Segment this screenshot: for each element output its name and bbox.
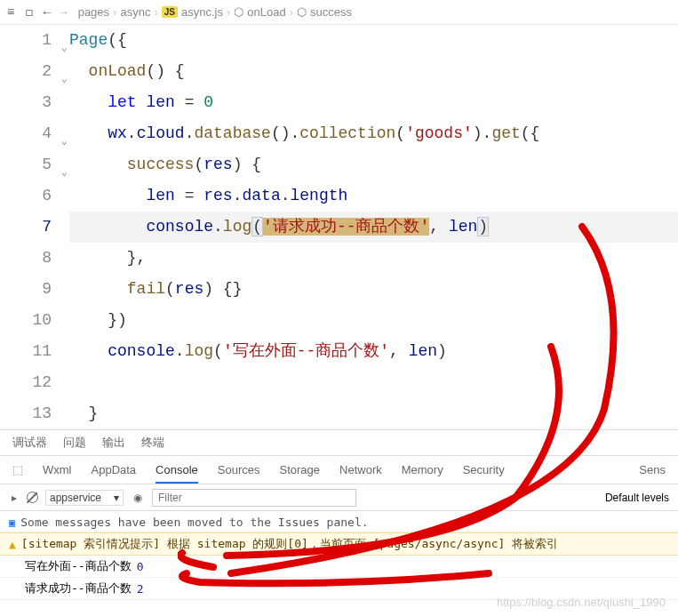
symbol-icon: ⬡	[234, 5, 243, 19]
breadcrumb-item[interactable]: async	[120, 5, 150, 19]
console-output: ▣ Some messages have been moved to the I…	[0, 511, 678, 602]
chevron-right-icon: ›	[290, 5, 293, 19]
watermark: https://blog.csdn.net/qiushi_1990	[497, 596, 666, 609]
token: log	[185, 342, 213, 360]
console-value: 0	[137, 560, 144, 573]
tab-appdata[interactable]: AppData	[92, 463, 137, 476]
tab-sources[interactable]: Sources	[218, 463, 260, 476]
bookmark-icon[interactable]: ◻	[25, 4, 32, 20]
tab-wxml[interactable]: Wxml	[43, 463, 72, 476]
js-file-icon: JS	[162, 6, 178, 18]
tab-console[interactable]: Console	[156, 463, 198, 484]
selected-string: '请求成功--商品个数'	[263, 218, 429, 236]
line-gutter: 1⌄ 2⌄ 3 4⌄ 5⌄ 6 7 8 9 10 11 12 13	[0, 25, 69, 429]
devtools-tabs: ⬚ Wxml AppData Console Sources Storage N…	[0, 456, 678, 484]
token: 'goods'	[405, 124, 473, 142]
token: onLoad	[89, 62, 147, 80]
log-levels-select[interactable]: Default levels	[605, 492, 669, 504]
console-toolbar: ▸ appservice▾ ◉ Default levels	[0, 484, 678, 511]
token: =	[185, 93, 195, 111]
token: log	[223, 218, 251, 236]
console-warn-row: ▲ [sitemap 索引情况提示] 根据 sitemap 的规则[0]，当前页…	[0, 532, 678, 556]
console-message: 请求成功--商品个数	[25, 580, 132, 596]
breadcrumb-item[interactable]: pages	[78, 5, 109, 19]
console-log-row: 写在外面--商品个数 0	[0, 556, 678, 578]
token: length	[291, 187, 348, 204]
fold-icon[interactable]: ⌄	[61, 157, 68, 188]
token: data	[242, 187, 280, 204]
symbol-icon: ⬡	[297, 5, 307, 19]
tab-problems[interactable]: 问题	[63, 435, 86, 451]
nav-forward-icon: →	[60, 5, 67, 20]
token: res	[203, 156, 232, 173]
code-editor[interactable]: 1⌄ 2⌄ 3 4⌄ 5⌄ 6 7 8 9 10 11 12 13 Page({…	[0, 25, 678, 429]
token: get	[491, 124, 520, 142]
tab-network[interactable]: Network	[339, 463, 382, 476]
fold-icon[interactable]: ⌄	[61, 33, 68, 64]
chevron-right-icon: ›	[113, 5, 116, 19]
token: res	[203, 187, 232, 204]
token: collection	[299, 124, 395, 142]
token: success	[127, 156, 195, 173]
toggle-sidebar-icon[interactable]: ▸	[9, 492, 20, 504]
fold-icon[interactable]: ⌄	[61, 126, 68, 157]
tab-storage[interactable]: Storage	[280, 463, 321, 476]
tab-debugger[interactable]: 调试器	[12, 435, 47, 451]
console-message: Some messages have been moved to the Iss…	[20, 516, 368, 529]
token: let	[108, 93, 136, 111]
token: len	[146, 93, 174, 111]
elements-icon[interactable]: ⬚	[12, 463, 23, 476]
console-message: 写在外面--商品个数	[25, 558, 132, 574]
tab-sensor[interactable]: Sens	[639, 463, 666, 476]
console-info-row: ▣ Some messages have been moved to the I…	[0, 513, 678, 532]
fold-icon[interactable]: ⌄	[61, 64, 68, 95]
chevron-right-icon: ›	[227, 5, 230, 19]
editor-toolbar: ≡ ◻ ← → pages › async › JS async.js › ⬡ …	[0, 0, 678, 25]
token: wx	[108, 124, 127, 142]
token: res	[175, 280, 203, 298]
token: cloud	[137, 124, 185, 142]
nav-back-icon[interactable]: ←	[44, 5, 51, 20]
token: console	[108, 342, 175, 360]
filter-input[interactable]	[152, 489, 356, 507]
breadcrumb-item[interactable]: async.js	[181, 5, 223, 19]
token: console	[146, 218, 213, 236]
console-message: [sitemap 索引情况提示] 根据 sitemap 的规则[0]，当前页面 …	[21, 536, 558, 552]
tab-security[interactable]: Security	[463, 463, 505, 476]
breadcrumb[interactable]: pages › async › JS async.js › ⬡ onLoad ›…	[78, 5, 352, 19]
warning-icon: ▲	[9, 538, 16, 551]
token: len	[409, 342, 437, 360]
code-content[interactable]: Page({ onLoad() { let len = 0 wx.cloud.d…	[69, 25, 678, 429]
token: '写在外面--商品个数'	[223, 342, 389, 360]
context-select[interactable]: appservice▾	[45, 490, 124, 506]
console-value: 2	[137, 582, 144, 596]
breadcrumb-item[interactable]: onLoad	[247, 5, 285, 19]
clear-console-icon[interactable]	[27, 492, 38, 503]
token: len	[146, 187, 174, 204]
info-icon: ▣	[9, 516, 15, 529]
token: fail	[127, 280, 165, 298]
token: database	[194, 124, 270, 142]
breadcrumb-item[interactable]: success	[310, 5, 352, 19]
outline-icon[interactable]: ≡	[7, 5, 14, 20]
chevron-right-icon: ›	[154, 5, 157, 19]
token: Page	[69, 31, 108, 49]
tab-memory[interactable]: Memory	[402, 463, 443, 476]
token: len	[449, 218, 477, 236]
token: 0	[203, 93, 213, 111]
panel-tabs: 调试器 问题 输出 终端	[0, 429, 678, 456]
tab-terminal[interactable]: 终端	[141, 435, 164, 451]
eye-icon[interactable]: ◉	[131, 492, 145, 504]
tab-output[interactable]: 输出	[102, 435, 125, 451]
